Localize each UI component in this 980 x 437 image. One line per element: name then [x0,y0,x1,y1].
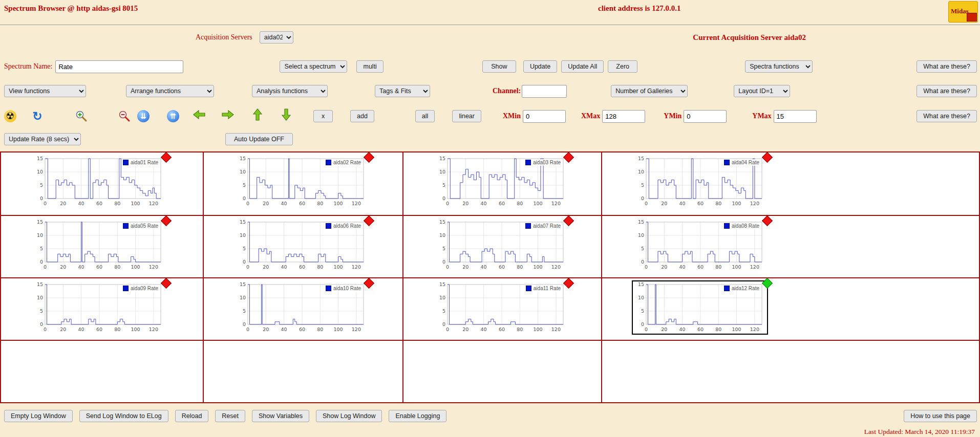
show-button[interactable]: Show [482,60,516,73]
svg-text:0: 0 [243,259,246,265]
add-button[interactable]: add [350,110,374,122]
reset-button[interactable]: Reset [215,410,245,422]
chart-aida09: 020406080100120051015aida09 Rate [32,281,166,334]
xmin-input[interactable] [523,110,566,123]
show-log-window-button[interactable]: Show Log Window [316,410,382,422]
linear-button[interactable]: linear [452,110,481,122]
gallery-cell-aida08[interactable]: 020406080100120051015aida08 Rate [602,216,979,278]
svg-text:40: 40 [281,326,287,332]
svg-text:0: 0 [442,195,445,201]
tags-fits-dropdown[interactable]: Tags & Fits [375,85,430,97]
gallery-cell-aida10[interactable]: 020406080100120051015aida10 Rate [204,278,403,341]
chart-legend: aida08 Rate [722,223,761,229]
gallery-cell-aida07[interactable]: 020406080100120051015aida07 Rate [403,216,602,278]
arrange-functions-dropdown[interactable]: Arrange functions [126,85,214,97]
expand-vertical-icon[interactable]: ⇈ [167,110,179,122]
gallery-cell-aida11[interactable]: 020406080100120051015aida11 Rate [403,278,602,341]
view-functions-dropdown[interactable]: View functions [4,85,86,97]
svg-text:5: 5 [442,182,445,188]
update-rate-dropdown[interactable]: Update Rate (8 secs) [4,133,81,145]
svg-text:5: 5 [641,182,644,188]
zoom-in-icon[interactable] [75,110,88,123]
gallery-cell-aida03[interactable]: 020406080100120051015aida03 Rate [403,152,602,216]
layout-id-dropdown[interactable]: Layout ID=1 [734,85,790,97]
svg-text:40: 40 [78,264,84,270]
gallery-cell-empty [204,341,403,402]
gallery-cell-aida09[interactable]: 020406080100120051015aida09 Rate [1,278,204,341]
chart-aida10: 020406080100120051015aida10 Rate [235,281,369,334]
arrow-left-icon[interactable] [193,110,206,123]
spectra-functions-dropdown[interactable]: Spectra functions [745,60,813,73]
gallery-cell-empty [1,341,204,402]
midas-logo-text: Midas [951,7,969,15]
number-of-galleries-dropdown[interactable]: Number of Galleries [611,85,688,97]
xmax-input[interactable] [602,110,645,123]
analysis-functions-dropdown[interactable]: Analysis functions [252,85,328,97]
gallery-cell-aida04[interactable]: 020406080100120051015aida04 Rate [602,152,979,216]
gallery-cell-aida06[interactable]: 020406080100120051015aida06 Rate [204,216,403,278]
svg-text:120: 120 [352,264,361,270]
svg-text:0: 0 [645,264,648,270]
arrow-up-icon[interactable] [251,110,264,123]
ymin-input[interactable] [684,110,727,123]
auto-update-button[interactable]: Auto Update OFF [225,133,293,145]
svg-text:20: 20 [263,326,269,332]
svg-text:10: 10 [638,169,644,174]
update-button[interactable]: Update [523,60,557,73]
ymax-input[interactable] [774,110,817,123]
midas-logo[interactable]: Midas [948,1,978,23]
how-to-use-button[interactable]: How to use this page [904,410,977,422]
svg-text:60: 60 [499,264,505,270]
svg-text:20: 20 [462,326,468,332]
channel-input[interactable] [522,85,567,98]
chart-aida02: 020406080100120051015aida02 Rate [235,156,369,208]
legend-swatch-icon [326,286,331,291]
radiation-icon[interactable]: ☢ [4,110,16,122]
zero-button[interactable]: Zero [608,60,637,73]
svg-text:10: 10 [37,295,43,300]
select-spectrum-dropdown[interactable]: Select a spectrum [280,60,347,73]
svg-text:100: 100 [333,326,343,332]
refresh-icon[interactable]: ↻ [31,110,44,123]
update-all-button[interactable]: Update All [561,60,604,73]
svg-text:40: 40 [481,264,487,270]
svg-text:100: 100 [333,201,343,206]
enable-logging-button[interactable]: Enable Logging [389,410,446,422]
svg-text:0: 0 [246,264,249,270]
svg-text:80: 80 [114,326,120,332]
gallery-cell-aida01[interactable]: 020406080100120051015aida01 Rate [1,152,204,216]
svg-text:80: 80 [114,264,120,270]
acquisition-server-select[interactable]: aida02 [260,31,293,43]
svg-text:120: 120 [750,264,759,270]
gallery-cell-aida02[interactable]: 020406080100120051015aida02 Rate [204,152,403,216]
arrow-down-icon[interactable] [280,110,293,123]
svg-text:80: 80 [517,201,523,206]
show-variables-button[interactable]: Show Variables [252,410,309,422]
empty-log-window-button[interactable]: Empty Log Window [4,410,73,422]
svg-text:60: 60 [96,326,102,332]
what-are-these-button-2[interactable]: What are these? [917,85,977,97]
arrow-right-icon[interactable] [221,110,235,123]
current-acquisition-server: Current Acquisition Server aida02 [693,33,806,42]
svg-text:80: 80 [317,201,323,206]
gallery-cell-aida12[interactable]: 020406080100120051015aida12 Rate [602,278,979,341]
multi-button[interactable]: multi [356,60,383,73]
svg-text:15: 15 [240,219,246,225]
what-are-these-button-1[interactable]: What are these? [917,60,977,73]
x-button[interactable]: x [313,110,333,122]
gallery-cell-aida05[interactable]: 020406080100120051015aida05 Rate [1,216,204,278]
svg-text:0: 0 [442,321,445,327]
legend-swatch-icon [123,223,129,229]
what-are-these-button-3[interactable]: What are these? [917,110,977,122]
header-divider [0,25,980,25]
all-button[interactable]: all [415,110,435,122]
zoom-out-icon[interactable] [118,110,131,123]
legend-label: aida01 Rate [131,160,158,165]
reload-button[interactable]: Reload [175,410,209,422]
collapse-vertical-icon[interactable]: ⇊ [137,110,150,122]
svg-text:15: 15 [240,156,246,161]
spectrum-name-input[interactable] [55,60,183,73]
send-log-window-to-elog-button[interactable]: Send Log Window to ELog [79,410,168,422]
svg-text:15: 15 [638,281,644,287]
svg-text:15: 15 [439,156,445,161]
